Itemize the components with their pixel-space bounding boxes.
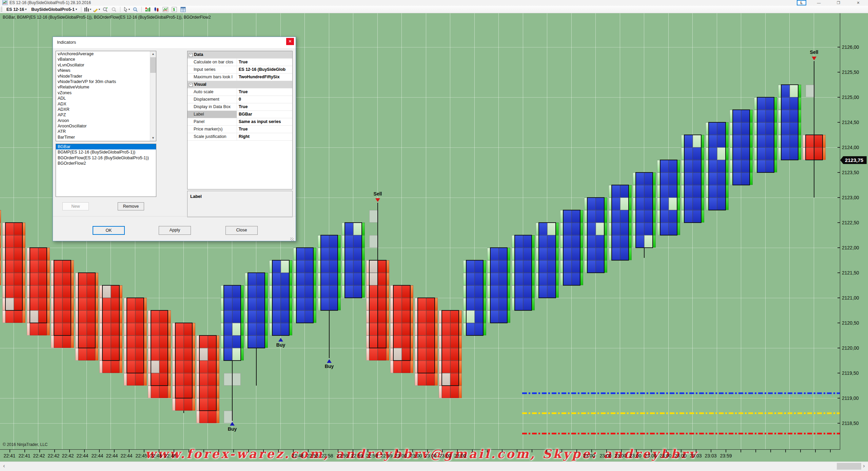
selected-indicator-item[interactable]: BGBar xyxy=(56,144,156,149)
footprint-cell xyxy=(515,235,523,248)
list-item[interactable]: Aroon xyxy=(56,118,156,123)
data-grid-button[interactable] xyxy=(179,6,187,13)
template-dropdown[interactable]: BuySideGlobalPro5-1 ▾ xyxy=(29,7,79,12)
list-item[interactable]: vRelativeVolume xyxy=(56,84,156,90)
property-value[interactable]: True xyxy=(237,103,292,110)
property-value[interactable]: 0 xyxy=(237,96,292,103)
indicator-properties-grid[interactable]: −DataCalculate on bar closTrueInput seri… xyxy=(187,51,293,189)
list-item[interactable]: AroonOscillator xyxy=(56,123,156,129)
footprint-cell xyxy=(515,285,523,298)
list-item[interactable]: ADL xyxy=(56,96,156,101)
list-item[interactable]: BarTimer xyxy=(56,135,156,140)
collapse-icon[interactable]: − xyxy=(189,83,193,87)
remove-button[interactable]: Remove xyxy=(118,202,144,210)
scroll-up-arrow[interactable]: ▲ xyxy=(150,51,156,57)
indicators-button[interactable] xyxy=(144,6,152,13)
draw-tool-button[interactable]: ▾ xyxy=(93,6,100,13)
data-box-button[interactable] xyxy=(132,6,139,13)
list-item[interactable]: vAnchoredAverage xyxy=(56,51,156,57)
property-row[interactable]: Displacement0 xyxy=(188,96,292,103)
property-row[interactable]: Calculate on bar closTrue xyxy=(188,59,292,66)
time-tick xyxy=(278,450,279,452)
scroll-left-arrow[interactable]: ‹ xyxy=(1,463,7,469)
collapse-icon[interactable]: − xyxy=(189,53,193,57)
selected-indicators-list[interactable]: BGBarBGMP(ES 12-16 (BuySideGlobalPro5-1)… xyxy=(56,144,156,197)
property-value[interactable]: True xyxy=(237,59,292,66)
list-item[interactable]: ATR xyxy=(56,129,156,134)
property-value[interactable]: True xyxy=(237,88,292,96)
resize-grip[interactable] xyxy=(290,238,294,241)
scrollbar-thumb[interactable] xyxy=(150,57,156,73)
property-row[interactable]: Scale justificationRight xyxy=(188,133,292,141)
close-button[interactable]: ✕ xyxy=(853,0,863,5)
account-button[interactable]: $ xyxy=(171,6,178,13)
property-value[interactable]: BGBar xyxy=(237,111,292,118)
property-row[interactable]: Price marker(s)True xyxy=(188,126,292,133)
footprint-cell xyxy=(733,172,741,185)
footprint-cell xyxy=(612,248,620,260)
list-item[interactable]: ADXR xyxy=(56,107,156,112)
property-value[interactable]: Same as input series xyxy=(237,118,292,125)
list-item[interactable]: vZones xyxy=(56,90,156,96)
dialog-titlebar[interactable]: Indicators ✕ xyxy=(53,37,296,48)
footprint-cell xyxy=(466,273,475,285)
footprint-cell xyxy=(184,348,192,361)
scroll-down-arrow[interactable]: ▼ xyxy=(150,135,156,141)
ok-button[interactable]: OK xyxy=(93,226,125,235)
zoom-out-button[interactable] xyxy=(110,6,118,13)
property-value[interactable]: TwoHundredFiftySix xyxy=(237,74,292,81)
list-item[interactable]: vNodeTrader xyxy=(56,74,156,79)
list-item[interactable]: vNodeTraderVP for 30m charts xyxy=(56,79,156,84)
footprint-cell xyxy=(757,147,766,160)
property-row[interactable]: Display in Data BoxTrue xyxy=(188,103,292,111)
toolbar-grip[interactable] xyxy=(1,7,2,12)
property-row[interactable]: Maximum bars look lTwoHundredFiftySix xyxy=(188,74,292,81)
selected-indicator-item[interactable]: BGOrderFlow2 xyxy=(56,161,156,166)
footprint-cell xyxy=(151,386,159,398)
property-group-row[interactable]: −Visual xyxy=(188,81,292,88)
property-row[interactable]: Auto scaleTrue xyxy=(188,88,292,96)
property-name: Displacement xyxy=(188,96,237,103)
property-row[interactable]: Input seriesES 12-16 (BuySideGlob xyxy=(188,66,292,74)
instrument-dropdown[interactable]: ES 12-16 ▾ xyxy=(5,7,28,12)
cursor-tool-button[interactable]: ▾ xyxy=(123,6,130,13)
footprint-cell xyxy=(272,273,281,285)
footprint-cell xyxy=(563,260,572,273)
scrollbar-thumb[interactable] xyxy=(837,463,861,470)
list-item[interactable]: APZ xyxy=(56,112,156,118)
maximize-button[interactable]: ❐ xyxy=(833,0,844,5)
property-row[interactable]: LabelBGBar xyxy=(188,111,292,118)
property-value[interactable]: ES 12-16 (BuySideGlob xyxy=(237,66,292,73)
list-item[interactable]: vLvnOscillator xyxy=(56,62,156,68)
new-button[interactable]: New xyxy=(62,202,89,210)
line-chart-button[interactable] xyxy=(162,6,169,13)
dialog-close-button-bottom[interactable]: Close xyxy=(225,226,258,235)
zoom-in-button[interactable]: + xyxy=(101,6,109,13)
property-group-row[interactable]: −Data xyxy=(188,51,292,59)
horizontal-scrollbar[interactable] xyxy=(0,462,868,471)
property-row[interactable]: PanelSame as input series xyxy=(188,118,292,126)
time-tick xyxy=(203,450,204,452)
dialog-close-button[interactable]: ✕ xyxy=(286,38,294,45)
footprint-cell xyxy=(224,335,232,348)
apply-button[interactable]: Apply xyxy=(159,226,191,235)
list-item[interactable]: vBalance xyxy=(56,57,156,62)
scroll-right-arrow[interactable]: › xyxy=(861,463,867,469)
bar-interval-button[interactable]: ▾ xyxy=(84,6,91,13)
footprint-cell xyxy=(224,298,232,310)
property-value[interactable]: True xyxy=(237,126,292,133)
ask-strip xyxy=(580,273,583,285)
selected-indicator-item[interactable]: BGOrderFlow(ES 12-16 (BuySideGlobalPro5-… xyxy=(56,155,156,161)
property-value[interactable]: Right xyxy=(237,133,292,140)
footprint-cell xyxy=(321,235,329,248)
list-scrollbar[interactable]: ▲ ▼ xyxy=(150,51,156,141)
time-tick xyxy=(741,450,741,452)
selected-indicator-item[interactable]: BGMP(ES 12-16 (BuySideGlobalPro5-1)) xyxy=(56,149,156,155)
list-item[interactable]: ADX xyxy=(56,101,156,107)
link-button[interactable]: L xyxy=(797,0,806,5)
ghost-cell xyxy=(369,210,378,223)
list-item[interactable]: vNews xyxy=(56,68,156,73)
available-indicators-list[interactable]: vAnchoredAveragevBalancevLvnOscillatorvN… xyxy=(56,51,156,141)
chart-style-button[interactable] xyxy=(153,6,160,13)
minimize-button[interactable]: — xyxy=(814,0,824,5)
